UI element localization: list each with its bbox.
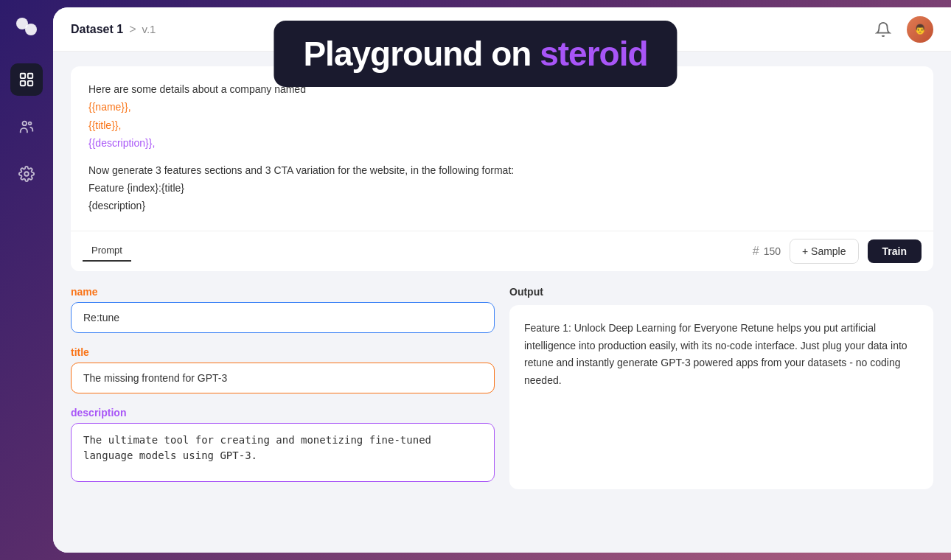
main-container: Dataset 1 > v.1 👨 Here are some details … bbox=[53, 7, 951, 553]
prompt-var-description: {{description}}, bbox=[88, 135, 916, 151]
prompt-var-name: {{name}}, bbox=[88, 99, 916, 115]
app-logo[interactable] bbox=[13, 15, 40, 41]
two-col-section: name title description The ultimate tool… bbox=[71, 286, 933, 489]
sidebar bbox=[0, 0, 53, 560]
sidebar-item-team[interactable] bbox=[10, 111, 43, 143]
svg-rect-3 bbox=[28, 74, 32, 78]
prompt-line-4: {description} bbox=[88, 197, 916, 214]
sample-button[interactable]: + Sample bbox=[790, 239, 859, 264]
description-label: description bbox=[71, 407, 495, 419]
token-number: 150 bbox=[764, 245, 781, 257]
notification-button[interactable] bbox=[871, 18, 895, 41]
floating-banner: Playground on steroid bbox=[274, 21, 677, 87]
prompt-line-2: Now generate 3 features sections and 3 C… bbox=[88, 162, 916, 178]
svg-point-8 bbox=[24, 172, 29, 176]
title-field-section: title bbox=[71, 346, 495, 393]
sidebar-item-dataset[interactable] bbox=[10, 63, 43, 96]
name-label: name bbox=[71, 286, 495, 298]
avatar[interactable]: 👨 bbox=[907, 16, 933, 43]
header-right: 👨 bbox=[871, 16, 933, 43]
name-input[interactable] bbox=[71, 302, 495, 333]
fields-column: name title description The ultimate tool… bbox=[71, 286, 495, 489]
banner-highlight-text: steroid bbox=[540, 35, 647, 73]
svg-point-7 bbox=[29, 122, 32, 125]
train-button[interactable]: Train bbox=[868, 239, 922, 263]
output-section: Output Feature 1: Unlock Deep Learning f… bbox=[509, 286, 933, 489]
hash-icon: # bbox=[753, 245, 759, 258]
svg-rect-5 bbox=[28, 81, 32, 85]
output-card: Feature 1: Unlock Deep Learning for Ever… bbox=[509, 305, 933, 489]
prompt-body: Here are some details about a company na… bbox=[71, 66, 933, 231]
svg-point-6 bbox=[23, 122, 27, 126]
svg-rect-4 bbox=[21, 81, 25, 85]
sidebar-item-settings[interactable] bbox=[10, 158, 43, 190]
output-label: Output bbox=[509, 286, 933, 298]
description-textarea[interactable]: The ultimate tool for creating and monet… bbox=[71, 423, 495, 482]
banner-text: Playground on steroid bbox=[303, 35, 647, 73]
prompt-actions: # 150 + Sample Train bbox=[753, 239, 922, 264]
description-field-section: description The ultimate tool for creati… bbox=[71, 407, 495, 482]
output-text: Feature 1: Unlock Deep Learning for Ever… bbox=[524, 320, 919, 390]
breadcrumb-separator: > bbox=[129, 23, 136, 36]
prompt-card: Here are some details about a company na… bbox=[71, 66, 933, 271]
banner-plain-text: Playground on bbox=[303, 35, 540, 73]
prompt-line-3: Feature {index}:{title} bbox=[88, 180, 916, 196]
prompt-var-title: {{title}}, bbox=[88, 117, 916, 133]
svg-point-1 bbox=[25, 24, 37, 35]
breadcrumb-version: v.1 bbox=[142, 23, 156, 35]
breadcrumb-main: Dataset 1 bbox=[71, 23, 123, 36]
prompt-tab[interactable]: Prompt bbox=[83, 240, 131, 262]
name-field-section: name bbox=[71, 286, 495, 333]
token-count: # 150 bbox=[753, 245, 781, 258]
svg-rect-2 bbox=[21, 74, 25, 78]
content-area: Here are some details about a company na… bbox=[53, 52, 951, 553]
prompt-footer: Prompt # 150 + Sample Train bbox=[71, 231, 933, 271]
title-input[interactable] bbox=[71, 363, 495, 393]
title-label: title bbox=[71, 346, 495, 358]
breadcrumb: Dataset 1 > v.1 bbox=[71, 23, 156, 36]
